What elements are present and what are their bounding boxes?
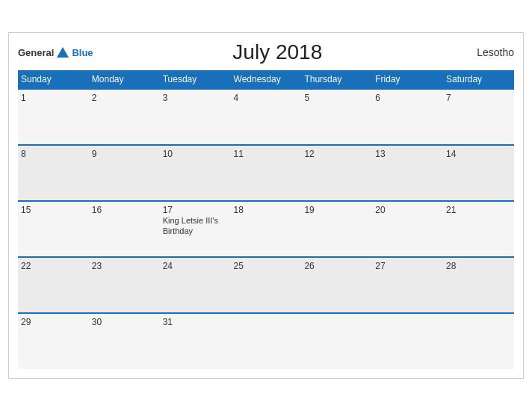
day-number: 20 — [375, 205, 440, 215]
table-row: 23 — [89, 257, 160, 313]
table-row: 24 — [160, 257, 231, 313]
table-row: 11 — [231, 145, 302, 201]
day-number: 22 — [21, 261, 86, 271]
calendar-title: July 2018 — [93, 40, 462, 64]
table-row: 21 — [443, 201, 514, 257]
table-row: 19 — [301, 201, 372, 257]
table-row: 25 — [231, 257, 302, 313]
table-row: 9 — [89, 145, 160, 201]
day-number: 15 — [21, 205, 86, 215]
table-row: 20 — [372, 201, 443, 257]
calendar-week-row: 1234567 — [18, 89, 514, 145]
table-row: 29 — [18, 313, 89, 369]
day-number: 27 — [375, 261, 440, 271]
table-row: 26 — [301, 257, 372, 313]
table-row — [443, 313, 514, 369]
day-number: 13 — [375, 149, 440, 159]
table-row: 8 — [18, 145, 89, 201]
table-row: 22 — [18, 257, 89, 313]
day-number: 9 — [92, 149, 157, 159]
table-row: 1 — [18, 89, 89, 145]
table-row: 6 — [372, 89, 443, 145]
day-number: 18 — [234, 205, 299, 215]
day-number: 17 — [163, 205, 228, 215]
col-wednesday: Wednesday — [231, 70, 302, 89]
table-row: 14 — [443, 145, 514, 201]
day-number: 29 — [21, 317, 86, 327]
calendar-header: General Blue July 2018 Lesotho — [18, 40, 514, 64]
day-number: 30 — [92, 317, 157, 327]
calendar-week-row: 22232425262728 — [18, 257, 514, 313]
col-saturday: Saturday — [443, 70, 514, 89]
table-row: 30 — [89, 313, 160, 369]
calendar: General Blue July 2018 Lesotho Sunday Mo… — [8, 32, 524, 379]
table-row — [231, 313, 302, 369]
day-number: 3 — [163, 93, 228, 103]
day-number: 19 — [304, 205, 369, 215]
calendar-week-row: 151617King Letsie III's Birthday18192021 — [18, 201, 514, 257]
col-tuesday: Tuesday — [160, 70, 231, 89]
table-row: 15 — [18, 201, 89, 257]
day-number: 11 — [234, 149, 299, 159]
day-number: 4 — [234, 93, 299, 103]
day-number: 2 — [92, 93, 157, 103]
day-number: 8 — [21, 149, 86, 159]
calendar-week-row: 293031 — [18, 313, 514, 369]
calendar-table: Sunday Monday Tuesday Wednesday Thursday… — [18, 70, 514, 369]
table-row — [372, 313, 443, 369]
day-number: 24 — [163, 261, 228, 271]
table-row — [301, 313, 372, 369]
table-row: 13 — [372, 145, 443, 201]
col-monday: Monday — [89, 70, 160, 89]
logo: General Blue — [18, 47, 93, 58]
logo-general: General — [18, 47, 54, 58]
table-row: 12 — [301, 145, 372, 201]
day-number: 28 — [446, 261, 511, 271]
day-number: 16 — [92, 205, 157, 215]
day-number: 1 — [21, 93, 86, 103]
day-number: 14 — [446, 149, 511, 159]
day-number: 6 — [375, 93, 440, 103]
table-row: 28 — [443, 257, 514, 313]
table-row: 10 — [160, 145, 231, 201]
table-row: 17King Letsie III's Birthday — [160, 201, 231, 257]
table-row: 18 — [231, 201, 302, 257]
day-number: 26 — [304, 261, 369, 271]
col-sunday: Sunday — [18, 70, 89, 89]
day-number: 10 — [163, 149, 228, 159]
day-number: 21 — [446, 205, 511, 215]
event-label: King Letsie III's Birthday — [163, 216, 218, 235]
logo-blue: Blue — [72, 47, 93, 58]
day-number: 7 — [446, 93, 511, 103]
table-row: 31 — [160, 313, 231, 369]
col-thursday: Thursday — [301, 70, 372, 89]
calendar-week-row: 891011121314 — [18, 145, 514, 201]
col-friday: Friday — [372, 70, 443, 89]
day-number: 12 — [304, 149, 369, 159]
country-label: Lesotho — [462, 46, 514, 58]
table-row: 3 — [160, 89, 231, 145]
day-number: 5 — [304, 93, 369, 103]
logo-triangle-icon — [57, 47, 69, 58]
table-row: 5 — [301, 89, 372, 145]
table-row: 4 — [231, 89, 302, 145]
table-row: 7 — [443, 89, 514, 145]
day-number: 31 — [163, 317, 228, 327]
day-number: 25 — [234, 261, 299, 271]
day-number: 23 — [92, 261, 157, 271]
table-row: 27 — [372, 257, 443, 313]
weekday-header-row: Sunday Monday Tuesday Wednesday Thursday… — [18, 70, 514, 89]
table-row: 2 — [89, 89, 160, 145]
table-row: 16 — [89, 201, 160, 257]
